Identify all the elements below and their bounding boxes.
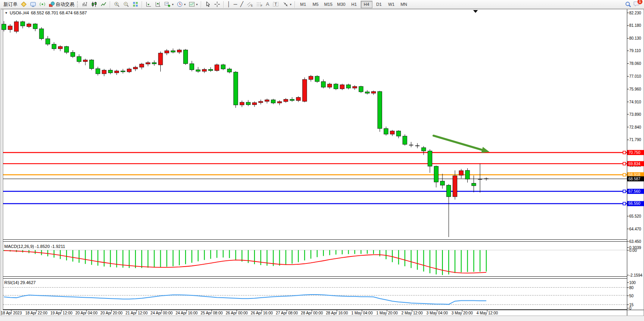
chevron-down-icon[interactable]: ▾ xyxy=(172,3,174,6)
chevron-down-icon[interactable]: ▾ xyxy=(196,3,198,6)
timeframe-m5-button[interactable]: M5 xyxy=(310,1,321,8)
cursor-arrow-icon xyxy=(205,1,211,7)
notifications-button[interactable]: 1 xyxy=(633,0,640,9)
trendline-tool-button[interactable]: ╱ xyxy=(239,0,245,9)
zoom-in-icon xyxy=(114,1,120,7)
gold-seal-button[interactable] xyxy=(19,0,28,9)
line-endpoint-marker xyxy=(623,162,626,165)
candle-body xyxy=(8,26,12,30)
time-axis-label: 26 Apr 00:00 xyxy=(226,311,248,315)
candlestick-icon xyxy=(91,1,97,7)
timeframe-d1-button[interactable]: D1 xyxy=(373,1,385,8)
timeframe-mn-button[interactable]: MN xyxy=(398,1,410,8)
time-axis-label: 18 Apr 2023 xyxy=(1,311,22,315)
candle-body xyxy=(102,70,106,73)
periods-button[interactable]: ▾ xyxy=(175,0,187,9)
main-toolbar: 新订单 自动交易 ▾ ▾ xyxy=(0,0,644,9)
candle-body xyxy=(340,85,344,89)
candle-body xyxy=(71,52,75,57)
line-endpoint-marker xyxy=(623,202,626,205)
timeframe-w1-button[interactable]: W1 xyxy=(386,1,397,8)
arrows-icon xyxy=(283,1,289,7)
price-axis-tick-label: 74.910 xyxy=(629,100,641,104)
tile-windows-button[interactable] xyxy=(131,0,140,9)
chevron-down-icon[interactable]: ▾ xyxy=(184,3,186,6)
new-order-button[interactable]: 新订单 xyxy=(2,0,19,9)
bar-chart-mode-button[interactable] xyxy=(80,0,89,9)
templates-button[interactable]: ▾ xyxy=(187,0,199,9)
candle-body xyxy=(253,103,257,105)
chart-shift-button[interactable] xyxy=(153,0,163,9)
auto-scroll-button[interactable] xyxy=(144,0,153,9)
candle-body xyxy=(290,99,294,101)
signals-button[interactable] xyxy=(38,0,47,9)
candle-body xyxy=(434,166,438,182)
timeframe-m1-button[interactable]: M1 xyxy=(297,1,309,8)
title-dropdown-icon[interactable]: ▼ xyxy=(5,11,8,15)
arrows-tool-button[interactable]: ▾ xyxy=(281,0,293,9)
auto-trading-icon xyxy=(49,1,55,7)
line-chart-mode-button[interactable] xyxy=(99,0,108,9)
terminal-button[interactable] xyxy=(28,0,38,9)
candle-body xyxy=(52,44,56,49)
crosshair-icon xyxy=(214,1,220,7)
horizontal-line-tool-button[interactable]: ─ xyxy=(232,0,239,9)
timeframe-m30-button[interactable]: M30 xyxy=(335,1,347,8)
candle-body xyxy=(265,100,269,101)
svg-text:F: F xyxy=(261,4,262,7)
vertical-line-icon: │ xyxy=(227,1,230,7)
timeframe-h1-button[interactable]: H1 xyxy=(348,1,360,8)
fibonacci-tool-button[interactable]: F xyxy=(254,0,264,9)
chevron-down-icon[interactable]: ▾ xyxy=(290,3,291,6)
time-axis-label: 1 May 20:00 xyxy=(376,311,398,315)
notification-badge: 1 xyxy=(637,0,643,5)
time-axis-label: 28 Apr 16:00 xyxy=(326,311,348,315)
price-axis-tick-label: 63.450 xyxy=(629,239,641,244)
candle-body xyxy=(296,98,300,101)
text-tool-button[interactable]: A xyxy=(264,0,271,9)
toolbar-separator xyxy=(110,1,111,8)
text-label-tool-button[interactable]: T xyxy=(271,0,281,9)
time-axis-label: 3 May 04:00 xyxy=(426,311,448,315)
new-chart-button[interactable]: ▾ xyxy=(163,0,175,9)
channel-tool-button[interactable]: E xyxy=(245,0,254,9)
signal-broadcast-icon xyxy=(39,1,46,7)
price-axis-tick-label: 73.890 xyxy=(629,112,641,117)
candle-body xyxy=(133,67,138,69)
candle-body xyxy=(440,181,445,185)
auto-trading-button[interactable]: 自动交易 xyxy=(47,0,76,9)
candle-body xyxy=(158,53,163,65)
timeframe-m15-button[interactable]: M15 xyxy=(322,1,334,8)
time-axis-label: 20 Apr 20:00 xyxy=(100,311,123,315)
candle-body xyxy=(447,185,451,197)
zoom-out-button[interactable] xyxy=(121,0,131,9)
new-order-label: 新订单 xyxy=(4,1,18,8)
price-axis-tick-label: 80.130 xyxy=(629,36,641,40)
rsi-axis-label: 50 xyxy=(629,294,634,298)
cursor-tool-button[interactable] xyxy=(203,0,212,9)
candle-body xyxy=(233,72,238,105)
candle-body xyxy=(215,65,219,71)
candle-body xyxy=(96,69,100,74)
candlestick-mode-button[interactable] xyxy=(89,0,99,9)
search-button[interactable] xyxy=(623,0,633,9)
clock-icon xyxy=(177,1,183,7)
vertical-line-tool-button[interactable]: │ xyxy=(226,0,232,9)
candle-body xyxy=(284,99,288,102)
candle-body xyxy=(2,24,6,30)
price-tag-label: 70.750 xyxy=(628,150,640,155)
chart-shift-icon xyxy=(155,1,161,7)
chart-symbol-period: USOil-,H4 xyxy=(10,10,29,15)
price-tag-label: 67.560 xyxy=(628,189,640,194)
crosshair-tool-button[interactable] xyxy=(212,0,222,9)
candle-body xyxy=(165,51,169,53)
price-axis-tick-label: 78.060 xyxy=(629,61,641,66)
bar-chart-icon xyxy=(82,1,88,7)
chart-canvas[interactable]: 82.23081.18080.13079.11078.06077.01075.9… xyxy=(0,0,644,321)
price-axis-tick-label: 75.960 xyxy=(629,87,641,91)
candle-body xyxy=(271,100,275,103)
zoom-in-button[interactable] xyxy=(112,0,121,9)
candle-body xyxy=(177,50,181,52)
auto-scroll-icon xyxy=(146,1,152,7)
timeframe-h4-button[interactable]: H4 xyxy=(361,1,372,8)
